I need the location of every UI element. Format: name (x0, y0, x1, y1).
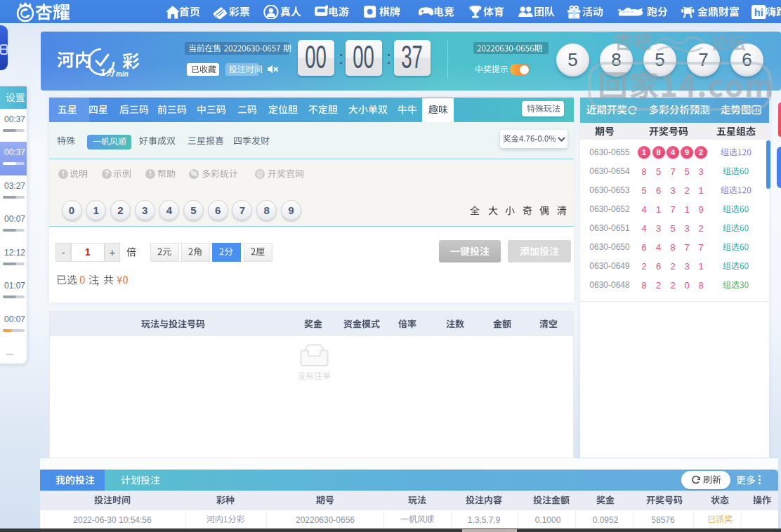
svg-text:hi: hi (754, 7, 763, 18)
